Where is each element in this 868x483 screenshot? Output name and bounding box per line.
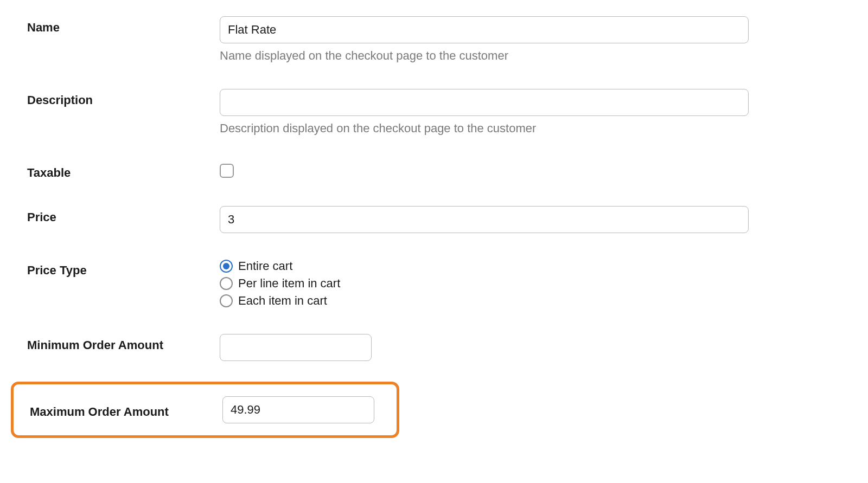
radio-icon xyxy=(220,277,233,290)
name-helper: Name displayed on the checkout page to t… xyxy=(220,49,749,63)
price-label: Price xyxy=(27,206,220,224)
min-order-row: Minimum Order Amount xyxy=(27,334,841,361)
price-type-radio-group: Entire cart Per line item in cart Each i… xyxy=(220,259,749,308)
radio-icon xyxy=(220,294,233,307)
price-type-option-each-item[interactable]: Each item in cart xyxy=(220,294,749,308)
description-control-wrap: Description displayed on the checkout pa… xyxy=(220,89,749,136)
name-control-wrap: Name displayed on the checkout page to t… xyxy=(220,16,749,63)
taxable-label: Taxable xyxy=(27,162,220,180)
price-input[interactable] xyxy=(220,206,749,233)
taxable-row: Taxable xyxy=(27,162,841,180)
price-type-label: Price Type xyxy=(27,259,220,278)
price-type-control-wrap: Entire cart Per line item in cart Each i… xyxy=(220,259,749,308)
max-order-input[interactable] xyxy=(222,396,374,423)
price-type-row: Price Type Entire cart Per line item in … xyxy=(27,259,841,308)
radio-label: Per line item in cart xyxy=(238,276,340,291)
radio-icon xyxy=(220,260,233,273)
min-order-input[interactable] xyxy=(220,334,372,361)
description-row: Description Description displayed on the… xyxy=(27,89,841,136)
taxable-checkbox[interactable] xyxy=(220,164,234,178)
taxable-control-wrap xyxy=(220,162,749,178)
name-row: Name Name displayed on the checkout page… xyxy=(27,16,841,63)
max-order-control-wrap xyxy=(222,396,374,423)
min-order-control-wrap xyxy=(220,334,749,361)
min-order-label: Minimum Order Amount xyxy=(27,334,220,352)
radio-label: Entire cart xyxy=(238,259,292,273)
price-type-option-per-line-item[interactable]: Per line item in cart xyxy=(220,276,749,291)
name-input[interactable] xyxy=(220,16,749,43)
description-label: Description xyxy=(27,89,220,107)
max-order-label: Maximum Order Amount xyxy=(30,401,222,419)
description-input[interactable] xyxy=(220,89,749,116)
description-helper: Description displayed on the checkout pa… xyxy=(220,121,749,136)
max-order-highlight: Maximum Order Amount xyxy=(11,382,399,438)
radio-label: Each item in cart xyxy=(238,294,327,308)
price-control-wrap xyxy=(220,206,749,233)
price-row: Price xyxy=(27,206,841,233)
price-type-option-entire-cart[interactable]: Entire cart xyxy=(220,259,749,273)
name-label: Name xyxy=(27,16,220,35)
